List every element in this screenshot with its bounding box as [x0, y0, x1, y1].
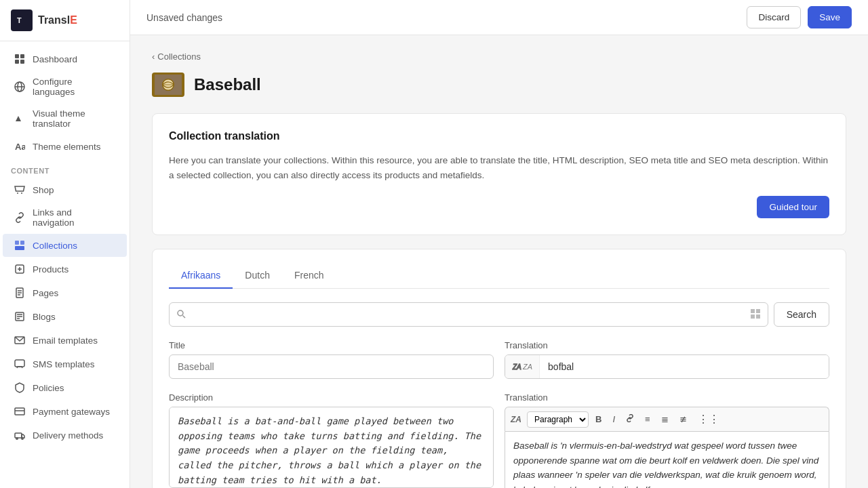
svg-rect-14 — [15, 246, 24, 250]
svg-text:ZA: ZA — [512, 363, 521, 371]
toolbar-align-right-button[interactable]: ≢ — [675, 411, 691, 427]
sidebar-label-configure-languages: Configure languages — [33, 77, 116, 97]
font-icon: Aa — [14, 140, 26, 152]
svg-rect-38 — [756, 309, 760, 313]
collection-translation-card: Collection translation Here you can tran… — [152, 113, 846, 235]
toolbar-translate-icon: ZA — [511, 415, 521, 424]
paint-icon — [14, 113, 26, 125]
search-button[interactable]: Search — [774, 302, 829, 327]
grid-icon[interactable] — [750, 308, 761, 321]
svg-point-10 — [17, 192, 18, 194]
collection-card-desc: Here you can translate your collections.… — [169, 153, 829, 182]
svg-rect-28 — [15, 433, 22, 438]
logo-text: TranslE — [38, 14, 77, 26]
unsaved-changes-status: Unsaved changes — [146, 12, 222, 23]
sidebar-label-products: Products — [33, 264, 68, 274]
svg-rect-37 — [751, 309, 755, 313]
breadcrumb[interactable]: ‹ Collections — [152, 52, 846, 62]
sidebar-label-shop: Shop — [33, 185, 54, 195]
rich-toolbar: ZA Paragraph B I ≡ ≣ ≢ — [505, 407, 829, 431]
description-textarea[interactable]: Baseball is a bat-and-ball game played b… — [169, 407, 494, 488]
topbar: Unsaved changes Discard Save — [130, 0, 868, 35]
sidebar-item-collections[interactable]: Collections — [3, 234, 127, 257]
search-input[interactable] — [189, 303, 750, 326]
sidebar-item-dashboard[interactable]: Dashboard — [3, 47, 127, 70]
sidebar-nav: Dashboard Configure languages Visual the… — [0, 41, 130, 453]
svg-rect-40 — [756, 314, 760, 319]
svg-rect-25 — [15, 360, 24, 367]
logo-suffix: E — [70, 14, 77, 26]
description-fields-row: Description Baseball is a bat-and-ball g… — [169, 392, 829, 488]
sidebar-label-email-templates: Email templates — [33, 336, 98, 346]
sidebar-item-pages[interactable]: Pages — [3, 281, 127, 304]
toolbar-link-button[interactable] — [622, 411, 638, 427]
sidebar-item-email-templates[interactable]: Email templates — [3, 329, 127, 352]
sidebar-item-delivery-methods[interactable]: Delivery methods — [3, 424, 127, 447]
email-icon — [14, 334, 26, 346]
dashboard-icon — [14, 53, 26, 65]
svg-rect-3 — [20, 54, 24, 58]
toolbar-paragraph-select[interactable]: Paragraph — [527, 411, 589, 428]
sidebar-label-dashboard: Dashboard — [33, 54, 77, 64]
sidebar-item-policies[interactable]: Policies — [3, 376, 127, 399]
sidebar-item-theme-elements[interactable]: Aa Theme elements — [3, 135, 127, 158]
title-fields-row: Title Translation ZA ZA — [169, 340, 829, 379]
guided-tour-row: Guided tour — [169, 196, 829, 218]
discard-button[interactable]: Discard — [747, 6, 801, 28]
svg-rect-13 — [20, 241, 24, 245]
tab-french[interactable]: French — [282, 263, 336, 289]
rich-editor: ZA Paragraph B I ≡ ≣ ≢ — [505, 407, 829, 488]
link-icon — [14, 211, 26, 224]
sidebar-label-sms-templates: SMS templates — [33, 359, 95, 369]
title-input[interactable] — [169, 354, 494, 379]
language-icon — [14, 81, 26, 93]
tab-afrikaans[interactable]: Afrikaans — [169, 263, 233, 289]
collection-thumbnail — [152, 73, 184, 97]
tab-dutch[interactable]: Dutch — [233, 263, 282, 289]
sidebar-item-sms-templates[interactable]: SMS templates — [3, 352, 127, 375]
page-icon — [14, 287, 26, 299]
svg-rect-26 — [15, 408, 24, 415]
sidebar-item-products[interactable]: Products — [3, 258, 127, 281]
logo-icon: T — [11, 9, 33, 31]
toolbar-align-left-button[interactable]: ≡ — [641, 411, 654, 427]
svg-rect-5 — [20, 60, 24, 64]
translation-field-label: Translation — [505, 340, 829, 350]
translation-input[interactable] — [540, 355, 829, 378]
sidebar-item-shop[interactable]: Shop — [3, 178, 127, 201]
sidebar-item-payment-gateways[interactable]: Payment gateways — [3, 400, 127, 423]
policy-icon — [14, 382, 26, 394]
svg-point-35 — [178, 310, 183, 316]
search-input-wrap — [169, 302, 768, 327]
rich-text-content[interactable]: Baseball is 'n vlermuis-en-bal-wedstryd … — [505, 431, 829, 488]
main: Unsaved changes Discard Save ‹ Collectio… — [130, 0, 868, 488]
translation-field-group: Translation ZA ZA — [505, 340, 829, 379]
breadcrumb-label: Collections — [157, 52, 201, 62]
sidebar-item-configure-languages[interactable]: Configure languages — [3, 71, 127, 102]
search-icon — [176, 309, 186, 321]
search-row: Search — [169, 302, 829, 327]
sidebar-label-policies: Policies — [33, 383, 64, 393]
sms-icon — [14, 358, 26, 370]
svg-point-30 — [22, 438, 23, 439]
logo: T TranslE — [0, 0, 130, 41]
sidebar-label-payment-gateways: Payment gateways — [33, 407, 110, 417]
sidebar-label-collections: Collections — [33, 241, 77, 251]
sidebar-item-blogs[interactable]: Blogs — [3, 305, 127, 328]
title-field-group: Title — [169, 340, 494, 379]
sidebar-label-theme-elements: Theme elements — [33, 142, 101, 152]
breadcrumb-chevron: ‹ — [152, 52, 155, 62]
svg-rect-2 — [15, 54, 19, 58]
sidebar-label-blogs: Blogs — [33, 312, 56, 322]
svg-rect-12 — [15, 241, 19, 245]
svg-text:Aa: Aa — [15, 142, 25, 152]
save-button[interactable]: Save — [808, 6, 852, 28]
guided-tour-button[interactable]: Guided tour — [757, 196, 829, 218]
toolbar-more-button[interactable]: ⋮⋮ — [694, 410, 724, 428]
sidebar-item-links-and-navigation[interactable]: Links and navigation — [3, 202, 127, 233]
toolbar-italic-button[interactable]: I — [608, 411, 619, 427]
toolbar-bold-button[interactable]: B — [591, 411, 606, 427]
toolbar-align-center-button[interactable]: ≣ — [657, 411, 673, 427]
sidebar: T TranslE Dashboard Configure languages … — [0, 0, 130, 488]
sidebar-item-visual-theme-translator[interactable]: Visual theme translator — [3, 103, 127, 134]
